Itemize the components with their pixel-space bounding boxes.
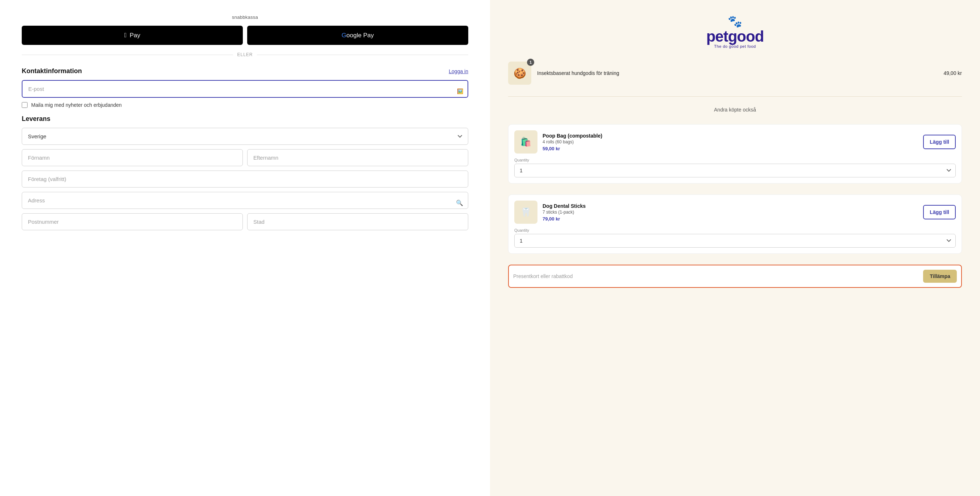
product-card-2: 🦷 Dog Dental Sticks 7 sticks (1-pack) 79… — [508, 195, 962, 254]
product-2-info: Dog Dental Sticks 7 sticks (1-pack) 79,0… — [542, 203, 918, 222]
product-2-add-button[interactable]: Lägg till — [923, 205, 956, 219]
logga-in-link[interactable]: Logga in — [449, 68, 468, 74]
cart-item: 🍪 1 Insektsbaserat hundgodis för träning… — [508, 59, 962, 88]
petgood-logo: 🐾 petgood The do good pet food — [706, 14, 764, 49]
apply-discount-button[interactable]: Tillämpa — [923, 270, 957, 283]
product-card-1: 🛍️ Poop Bag (compostable) 4 rolls (60 ba… — [508, 124, 962, 184]
apple-pay-button[interactable]:  Pay — [22, 26, 243, 45]
name-row — [22, 149, 468, 171]
product-1-info: Poop Bag (compostable) 4 rolls (60 bags)… — [542, 133, 918, 151]
left-panel: snabbkassa  Pay Google Pay ELLER Kontak… — [0, 0, 490, 496]
logo-name: petgood — [706, 29, 764, 44]
product-2-price: 79,00 kr — [542, 216, 918, 222]
product-2-quantity-wrapper: Quantity 1 2 3 — [514, 228, 956, 248]
logo-tagline: The do good pet food — [714, 44, 756, 49]
discount-section: Tillämpa — [508, 265, 962, 288]
address-wrapper: 🔍 — [22, 192, 468, 213]
product-card-2-header: 🦷 Dog Dental Sticks 7 sticks (1-pack) 79… — [514, 201, 956, 224]
email-field[interactable] — [22, 80, 468, 98]
fornamn-field[interactable] — [22, 149, 243, 166]
eller-text: ELLER — [237, 52, 253, 57]
divider: ELLER — [22, 52, 468, 57]
also-bought-title: Andra köpte också — [508, 107, 962, 113]
newsletter-row: Maila mig med nyheter och erbjudanden — [22, 102, 468, 108]
right-panel: 🐾 petgood The do good pet food 🍪 1 Insek… — [490, 0, 980, 496]
foretag-field[interactable] — [22, 171, 468, 187]
divider-line-right — [257, 55, 468, 55]
cart-item-price: 49,00 kr — [943, 70, 962, 76]
apple-pay-label: Pay — [130, 32, 140, 39]
cart-divider — [508, 96, 962, 97]
postal-row — [22, 213, 468, 235]
product-2-quantity-label: Quantity — [514, 228, 956, 233]
newsletter-checkbox[interactable] — [22, 102, 27, 108]
cart-item-badge: 1 — [527, 59, 534, 66]
product-1-quantity-label: Quantity — [514, 158, 956, 162]
product-1-name: Poop Bag (compostable) — [542, 133, 918, 139]
product-1-quantity-wrapper: Quantity 1 2 3 — [514, 158, 956, 177]
payment-buttons:  Pay Google Pay — [22, 26, 468, 45]
stad-field[interactable] — [247, 213, 468, 230]
product-1-price: 59,00 kr — [542, 146, 918, 151]
divider-line-left — [22, 55, 233, 55]
product-1-desc: 4 rolls (60 bags) — [542, 139, 918, 144]
kontakt-title: Kontaktinformation — [22, 67, 82, 75]
apple-icon:  — [124, 32, 127, 39]
email-autofill-icon: 🖼️ — [457, 88, 463, 94]
discount-input[interactable] — [513, 270, 920, 283]
kontakt-header: Kontaktinformation Logga in — [22, 67, 468, 75]
adress-field[interactable] — [22, 192, 468, 209]
newsletter-label: Maila mig med nyheter och erbjudanden — [31, 102, 122, 108]
paw-icon: 🐾 — [728, 14, 742, 28]
google-pay-label: Google Pay — [342, 32, 374, 39]
google-pay-button[interactable]: Google Pay — [247, 26, 468, 45]
logo-container: 🐾 petgood The do good pet food — [508, 14, 962, 49]
product-2-quantity-select[interactable]: 1 2 3 — [514, 234, 956, 248]
country-select[interactable]: Sverige — [22, 128, 468, 145]
product-2-thumbnail: 🦷 — [514, 201, 538, 224]
cart-item-thumbnail: 🍪 — [508, 62, 531, 85]
email-wrapper: 🖼️ — [22, 80, 468, 102]
postnummer-field[interactable] — [22, 213, 243, 230]
product-1-thumbnail: 🛍️ — [514, 130, 538, 154]
snabbkassa-label: snabbkassa — [22, 14, 468, 20]
product-card-1-header: 🛍️ Poop Bag (compostable) 4 rolls (60 ba… — [514, 130, 956, 154]
search-icon: 🔍 — [456, 199, 463, 206]
efternamn-field[interactable] — [247, 149, 468, 166]
cart-item-name: Insektsbaserat hundgodis för träning — [537, 70, 938, 76]
cart-item-image: 🍪 1 — [508, 62, 531, 85]
product-2-desc: 7 sticks (1-pack) — [542, 210, 918, 215]
product-1-quantity-select[interactable]: 1 2 3 — [514, 164, 956, 177]
product-1-add-button[interactable]: Lägg till — [923, 135, 956, 149]
leverans-title: Leverans — [22, 115, 468, 123]
product-2-name: Dog Dental Sticks — [542, 203, 918, 209]
